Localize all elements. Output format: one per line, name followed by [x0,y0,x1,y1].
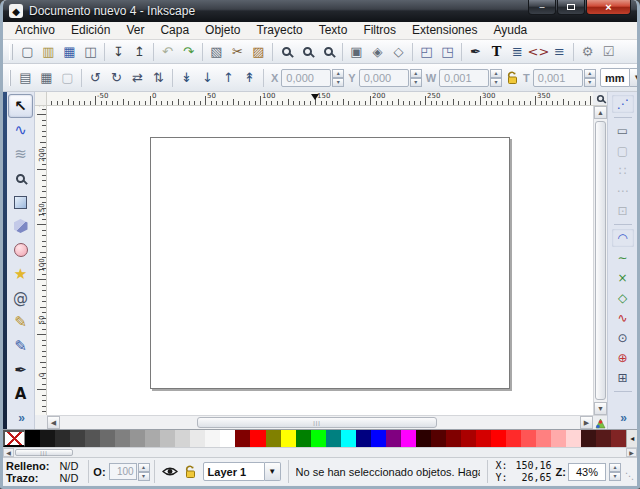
tweak-tool-button[interactable]: ≋ [8,142,33,166]
selector-tool-button[interactable]: ↖ [8,94,33,118]
menu-item-texto[interactable]: Texto [311,22,356,39]
save-document-button[interactable]: ▦ [59,41,80,62]
cut-button[interactable]: ✂ [227,41,248,62]
snap-bbox-corners-button[interactable]: ∷ [611,161,635,181]
menu-item-archivo[interactable]: Archivo [7,22,63,39]
vertical-scrollbar[interactable]: ▲ ▼ [593,106,607,415]
menu-item-trayecto[interactable]: Trayecto [248,22,310,39]
color-swatch[interactable] [115,430,130,447]
color-swatch[interactable] [296,430,311,447]
node-tool-button[interactable]: ∿ [8,118,33,142]
raise-to-top-button[interactable]: ↟ [239,67,260,88]
layer-visibility-eye-icon[interactable] [162,466,178,477]
snap-path-intersections-button[interactable]: × [611,268,635,288]
lower-to-bottom-button[interactable]: ↡ [176,67,197,88]
color-swatch[interactable] [341,430,356,447]
x-field-spinner[interactable]: ▴▾ [332,69,344,87]
rotate-cw-button[interactable]: ↻ [106,67,127,88]
snap-smooth-nodes-button[interactable]: ∿ [611,308,635,328]
document-page[interactable] [150,137,510,389]
align-dialog-button[interactable]: ≡ [549,41,570,62]
vertical-scroll-thumb[interactable] [595,121,606,400]
flip-horizontal-button[interactable]: ⇄ [127,67,148,88]
height-field[interactable]: 0,001 [533,69,583,87]
menu-item-ayuda[interactable]: Ayuda [485,22,535,39]
color-swatch[interactable] [70,430,85,447]
lower-one-step-button[interactable]: ↓ [197,67,218,88]
box3d-tool-button[interactable] [8,214,33,238]
text-dialog-button[interactable]: T [486,41,507,62]
color-swatch[interactable] [596,430,611,447]
color-swatch[interactable] [281,430,296,447]
create-clone-button[interactable]: ◈ [367,41,388,62]
menu-item-extensiones[interactable]: Extensiones [404,22,485,39]
color-swatch[interactable] [416,430,431,447]
bezier-tool-button[interactable]: ✎ [8,334,33,358]
select-all-button[interactable]: ▤ [15,67,36,88]
duplicate-button[interactable]: ▣ [346,41,367,62]
snap-page-border-button[interactable]: ⊞ [611,368,635,388]
opacity-spinner[interactable]: ▴▾ [138,463,150,480]
color-swatch[interactable] [446,430,461,447]
scroll-up-icon[interactable]: ▲ [594,106,607,119]
palette-prev-icon[interactable]: ◂ [626,430,637,447]
maximize-button[interactable] [557,0,585,15]
scroll-down-icon[interactable]: ▼ [594,402,607,415]
menu-item-objeto[interactable]: Objeto [197,22,248,39]
color-swatch[interactable] [235,430,250,447]
horizontal-scroll-thumb[interactable]: ||| [197,417,437,428]
calligraphy-tool-button[interactable]: ✒ [8,358,33,382]
color-swatch[interactable] [205,430,220,447]
y-field[interactable]: 0,000 [359,69,409,87]
document-properties-button[interactable]: ☑ [598,41,619,62]
snap-cusp-nodes-button[interactable]: ◇ [611,288,635,308]
pencil-tool-button[interactable]: ✎ [8,310,33,334]
color-swatch[interactable] [536,430,551,447]
color-swatch[interactable] [566,430,581,447]
menu-item-filtros[interactable]: Filtros [355,22,404,39]
palette-scrollbar[interactable]: ◀ ||| ▶ [3,447,637,457]
export-button[interactable]: ↥ [129,41,150,62]
zoom-tool-button[interactable] [8,166,33,190]
color-swatch[interactable] [386,430,401,447]
zoom-selection-button[interactable] [276,41,297,62]
text-tool-button[interactable]: A [8,382,33,406]
color-swatch[interactable] [581,430,596,447]
snap-paths-button[interactable]: ∼ [611,248,635,268]
menu-item-edicion[interactable]: Edición [63,22,118,39]
palette-scroll-thumb[interactable]: ||| [15,449,73,456]
spiral-tool-button[interactable]: @ [8,286,33,310]
zoom-field[interactable]: 43% [568,463,606,481]
stroke-value[interactable]: N/D [59,472,78,484]
color-swatch[interactable] [476,430,491,447]
color-swatch[interactable] [85,430,100,447]
rectangle-tool-button[interactable] [8,190,33,214]
snap-bbox-centers-button[interactable]: ⊡ [611,201,635,221]
raise-one-step-button[interactable]: ↑ [218,67,239,88]
color-swatch[interactable] [401,430,416,447]
color-swatch[interactable] [266,430,281,447]
color-swatch[interactable] [371,430,386,447]
menu-item-capa[interactable]: Capa [152,22,197,39]
palette-scroll-right-icon[interactable]: ▶ [626,448,637,457]
color-swatch[interactable] [145,430,160,447]
zoom-corner-button[interactable] [593,92,607,106]
opacity-field[interactable]: 100 [109,463,137,480]
color-swatch[interactable] [175,430,190,447]
zoom-spinner[interactable]: ▴▾ [609,463,621,481]
group-button[interactable]: ◰ [416,41,437,62]
color-swatch[interactable] [190,430,205,447]
toolbox-overflow-chevron[interactable]: » [18,411,25,425]
color-swatch[interactable] [130,430,145,447]
horizontal-ruler[interactable]: -50050100150200250300350 [47,92,593,106]
layer-lock-icon[interactable] [184,465,197,479]
layer-dropdown[interactable]: Layer 1 ▼ [203,462,281,481]
color-swatch[interactable] [311,430,326,447]
unit-dropdown[interactable]: mm ▼ [600,68,640,87]
x-field[interactable]: 0,000 [281,69,331,87]
zoom-drawing-button[interactable] [297,41,318,62]
width-field-spinner[interactable]: ▴▾ [490,69,502,87]
paste-button[interactable]: ▨ [248,41,269,62]
undo-button[interactable]: ↶ [157,41,178,62]
color-swatch[interactable] [551,430,566,447]
